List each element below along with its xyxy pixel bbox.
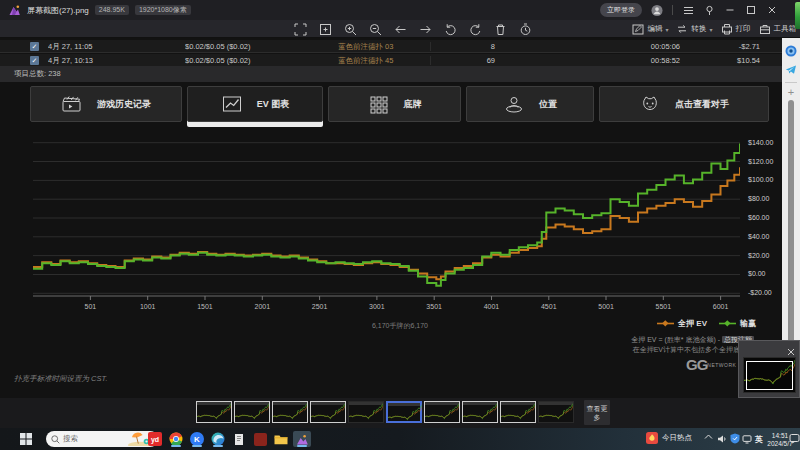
- row-duration: 00:05:06: [555, 42, 680, 51]
- taskbar-app-quark[interactable]: K: [188, 431, 206, 447]
- display-icon[interactable]: [742, 434, 752, 444]
- edge-docked-tab[interactable]: [795, 2, 800, 29]
- taskbar-app-folder[interactable]: [272, 431, 290, 447]
- toolbar-action-print[interactable]: 打印: [721, 23, 751, 35]
- y-axis-label: $0.00: [748, 270, 766, 277]
- volume-icon[interactable]: [717, 434, 727, 444]
- minimize-button[interactable]: [724, 4, 736, 16]
- x-axis-label: 6001: [704, 303, 738, 310]
- row-stakes: $0.02/$0.05 ($0.02): [185, 42, 330, 51]
- grid-icon: [368, 94, 390, 114]
- filmstrip-thumbnail[interactable]: [272, 401, 308, 423]
- y-axis-label: $60.00: [748, 214, 769, 221]
- login-button[interactable]: 立即登录: [600, 3, 642, 17]
- notification-icon[interactable]: [789, 433, 800, 444]
- tab-holecards[interactable]: 底牌: [328, 86, 461, 122]
- chevron-down-icon: ▾: [665, 26, 668, 33]
- image-viewer-canvas: ✓4月 27, 11:05$0.02/$0.05 ($0.02)蓝色前注德扑 0…: [0, 38, 800, 398]
- search-icon: [51, 435, 60, 444]
- x-axis-label: 4501: [532, 303, 566, 310]
- zoom-out-icon[interactable]: [367, 21, 383, 37]
- toolbar-action-convert[interactable]: 转换▾: [676, 23, 712, 35]
- legend-marker-icon: [657, 320, 674, 327]
- row-hand-count: 8: [430, 42, 497, 51]
- scrollbar-thumb[interactable]: [788, 100, 794, 354]
- filmstrip-thumbnail[interactable]: [234, 401, 270, 423]
- navigator-viewport[interactable]: [746, 361, 793, 390]
- timer-icon[interactable]: [517, 21, 533, 37]
- hand-history-row[interactable]: ✓4月 27, 11:05$0.02/$0.05 ($0.02)蓝色前注德扑 0…: [0, 40, 782, 53]
- rotate-right-icon[interactable]: [467, 21, 483, 37]
- filmstrip-thumbnail-selected[interactable]: [386, 401, 422, 423]
- taskbar-app-edge[interactable]: [209, 431, 227, 447]
- x-axis-label: 1001: [131, 303, 165, 310]
- filmstrip-thumbnail[interactable]: [538, 401, 574, 423]
- x-axis-label: 1501: [188, 303, 222, 310]
- taskbar-app-yd[interactable]: yd: [146, 431, 164, 447]
- y-axis-label: $120.00: [748, 158, 773, 165]
- taskbar-app-notes[interactable]: [230, 431, 248, 447]
- toolbar-action-toolbox[interactable]: 工具箱: [759, 23, 797, 35]
- windows-taskbar: 搜索 今日热点 英 14:51 2024/5/7 ydK: [0, 428, 800, 450]
- taskbar-app-chrome[interactable]: [167, 431, 185, 447]
- news-widget[interactable]: 今日热点: [646, 432, 692, 444]
- filmstrip-thumbnail[interactable]: [500, 401, 536, 423]
- ime-indicator[interactable]: 英: [755, 434, 763, 445]
- allin-ev-note: 在全押EV计算中不包括多个全押底池。: [633, 345, 754, 355]
- running-indicator: [171, 445, 181, 447]
- row-checkbox[interactable]: ✓: [30, 56, 39, 65]
- filmstrip-thumbnail[interactable]: [348, 401, 384, 423]
- trash-icon[interactable]: [492, 21, 508, 37]
- start-button[interactable]: [20, 433, 32, 445]
- arrow-left-icon[interactable]: [392, 21, 408, 37]
- pin-icon[interactable]: [703, 4, 715, 16]
- toolbar-action-edit[interactable]: 编辑▾: [632, 23, 668, 35]
- viewer-toolbar: 编辑▾转换▾打印工具箱: [0, 20, 800, 38]
- toolbox-icon: [759, 23, 771, 35]
- add-icon[interactable]: +: [788, 87, 794, 97]
- filmstrip-thumbnail[interactable]: [424, 401, 460, 423]
- expand-icon[interactable]: [292, 21, 308, 37]
- legend-item[interactable]: 全押 EV: [657, 318, 707, 329]
- filmstrip-thumbnail[interactable]: [310, 401, 346, 423]
- tab-opponents[interactable]: 点击查看对手: [599, 86, 769, 122]
- maximize-button[interactable]: [745, 4, 757, 16]
- running-indicator: [297, 445, 307, 447]
- tray-chevron-up-icon[interactable]: [704, 434, 713, 440]
- y-axis-label: $20.00: [748, 252, 769, 259]
- rotate-left-icon[interactable]: [442, 21, 458, 37]
- chart-legend: 全押 EV输赢: [657, 318, 756, 329]
- convert-icon: [676, 23, 688, 35]
- taskbar-app-viewer[interactable]: [293, 431, 311, 447]
- opponent-icon: [639, 94, 661, 114]
- taskbar-search[interactable]: 搜索: [46, 431, 158, 447]
- fit-screen-icon[interactable]: [317, 21, 333, 37]
- line-chart-icon: [221, 94, 243, 114]
- total-count-label: 项目总数: 238: [0, 66, 782, 82]
- close-icon[interactable]: [786, 343, 795, 352]
- legend-item[interactable]: 输赢: [719, 318, 756, 329]
- tab-position[interactable]: 位置: [466, 86, 594, 122]
- taskbar-app-redgrid[interactable]: [251, 431, 269, 447]
- menu-icon[interactable]: [682, 4, 694, 16]
- telegram-icon[interactable]: [785, 64, 797, 75]
- arrow-right-icon[interactable]: [417, 21, 433, 37]
- browser-circle-icon[interactable]: [785, 45, 797, 57]
- filmstrip-thumbnail[interactable]: [462, 401, 498, 423]
- allin-ev-formula: 全押 EV = (胜率* 底池金额) - 总投注额: [631, 335, 754, 345]
- x-axis-label: 3001: [360, 303, 394, 310]
- y-axis-label: $100.00: [748, 176, 773, 183]
- zoom-in-icon[interactable]: [342, 21, 358, 37]
- security-shield-icon[interactable]: [730, 433, 740, 444]
- navigator-thumbnail[interactable]: [743, 357, 796, 393]
- row-checkbox[interactable]: ✓: [30, 42, 39, 51]
- x-axis-label: 5501: [646, 303, 680, 310]
- filmstrip-thumbnail[interactable]: [196, 401, 232, 423]
- row-stakes: $0.02/$0.05 ($0.02): [185, 56, 330, 65]
- tab-history[interactable]: 游戏历史记录: [30, 86, 182, 122]
- close-button[interactable]: [766, 4, 778, 16]
- avatar[interactable]: [651, 4, 663, 16]
- view-more-button[interactable]: 查看更多: [584, 400, 610, 425]
- row-amount: -$2.71: [688, 42, 760, 51]
- tab-ev-chart[interactable]: EV 图表: [187, 86, 323, 122]
